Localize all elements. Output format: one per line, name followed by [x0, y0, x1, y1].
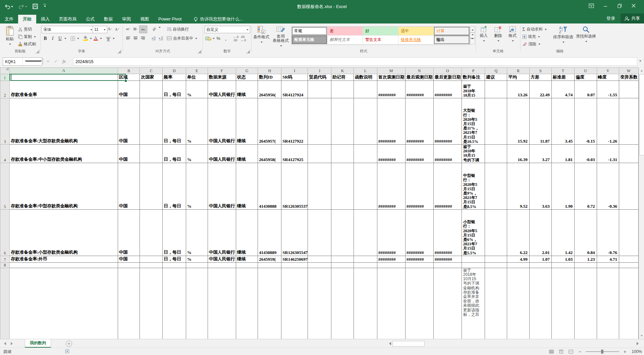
sort-filter-button[interactable]: AZ 排序和筛选 — [552, 25, 574, 44]
cell-H3[interactable]: 2645957( — [258, 98, 281, 145]
cell-G2[interactable]: 继续 — [236, 81, 258, 98]
alignment-dialog-launcher[interactable] — [198, 50, 201, 53]
cell-C2[interactable] — [140, 81, 163, 98]
cell-C5[interactable] — [140, 163, 163, 209]
cell-style-0[interactable]: 常规 — [292, 27, 327, 36]
customize-qat-button[interactable] — [42, 2, 47, 10]
cell-P5[interactable]: 中型银 行： 2020年5 月15日 是9%， 2021年7 月15日 是8.5… — [462, 163, 485, 209]
expand-formula-bar-button[interactable] — [638, 59, 643, 64]
cell-D6[interactable]: 日，每日 — [163, 209, 186, 256]
cell-C7[interactable] — [140, 256, 163, 262]
cell-A8[interactable] — [10, 262, 118, 268]
cell-style-7[interactable]: 警告文本 — [363, 36, 398, 44]
cell-S-below[interactable] — [529, 268, 551, 339]
row-header-6[interactable]: 6 — [0, 209, 10, 256]
ribbon-tab-8[interactable]: Power Pivot — [154, 15, 186, 23]
cell-U4[interactable]: -0.03 — [575, 145, 597, 163]
next-sheet-button[interactable] — [11, 342, 13, 345]
cell-S3[interactable]: 11.87 — [529, 98, 551, 145]
column-header-I[interactable]: I — [281, 68, 308, 74]
undo-button[interactable] — [3, 2, 14, 10]
column-header-L[interactable]: L — [354, 68, 377, 74]
cell-V5[interactable]: -0.36 — [597, 163, 619, 209]
cell-K5[interactable] — [331, 163, 354, 209]
cell-E1[interactable]: 单位 — [186, 74, 208, 81]
page-break-view-button[interactable] — [568, 349, 574, 355]
cell-Q-below[interactable] — [485, 268, 507, 339]
accounting-format-button[interactable] — [205, 35, 212, 42]
cell-V8[interactable] — [597, 262, 619, 268]
align-left-button[interactable] — [124, 35, 132, 42]
cell-N7[interactable]: ######## — [405, 256, 433, 262]
font-name-combo[interactable]: 宋体 — [42, 26, 94, 33]
cell-E3[interactable]: % — [186, 98, 208, 145]
name-box-dropdown[interactable] — [22, 58, 42, 65]
cell-H5[interactable]: 41430888 — [258, 163, 281, 209]
borders-button[interactable] — [69, 35, 76, 42]
cell-S1[interactable]: 方差 — [529, 74, 551, 81]
cell-V1[interactable]: 峰度 — [597, 74, 619, 81]
number-dialog-launcher[interactable] — [246, 50, 250, 53]
column-header-W[interactable]: W — [619, 68, 638, 74]
cell-F1[interactable]: 数据来源 — [208, 74, 236, 81]
scroll-right-button[interactable] — [637, 342, 639, 345]
cell-P4[interactable]: 鉴于 2018年 10月15 号的下调 — [462, 145, 485, 163]
cell-H6[interactable]: 41430889 — [258, 209, 281, 256]
cell-Q4[interactable] — [485, 145, 507, 163]
cell-W6[interactable] — [619, 209, 638, 256]
cell-N2[interactable]: ######## — [405, 81, 433, 98]
paste-button[interactable]: 粘贴 — [3, 25, 17, 46]
font-color-button[interactable]: A — [92, 35, 99, 42]
insert-function-button[interactable]: fx — [60, 57, 68, 65]
cell-R-below[interactable] — [507, 268, 530, 339]
cell-F6[interactable]: 中国人民银行 — [208, 209, 236, 256]
cell-E8[interactable] — [186, 262, 208, 268]
cell-L5[interactable] — [354, 163, 377, 209]
row-header-3[interactable]: 3 — [0, 98, 10, 145]
cell-C1[interactable]: 次国家 — [140, 74, 163, 81]
cell-D4[interactable]: 日，每日 — [163, 145, 186, 163]
format-as-table-button[interactable]: 套用 表格格式 — [271, 25, 290, 48]
cell-W4[interactable] — [619, 145, 638, 163]
cell-J6[interactable] — [308, 209, 331, 256]
sign-in-link[interactable]: 登录 — [606, 15, 615, 21]
cell-style-8[interactable]: 链接单元格 — [398, 36, 434, 44]
cell-M3[interactable]: ######## — [377, 98, 405, 145]
cell-U5[interactable]: 0.72 — [575, 163, 597, 209]
align-center-button[interactable] — [132, 35, 139, 42]
cell-M4[interactable]: ######## — [377, 145, 405, 163]
cell-D1[interactable]: 频率 — [163, 74, 186, 81]
cell-D8[interactable] — [163, 262, 186, 268]
tell-me-box[interactable]: 告诉我您想要做什么... — [194, 15, 243, 23]
cell-K8[interactable] — [331, 262, 354, 268]
cell-K4[interactable] — [331, 145, 354, 163]
cell-O2[interactable]: ######## — [433, 81, 462, 98]
cell-A3[interactable]: 存款准备金率:大型存款类金融机构 — [10, 98, 118, 145]
ribbon-tab-1[interactable]: 开始 — [18, 15, 36, 23]
zoom-level-label[interactable]: 100% — [631, 349, 642, 354]
cell-style-1[interactable]: 差 — [327, 27, 363, 36]
cell-B8[interactable] — [118, 262, 140, 268]
cell-T3[interactable]: 3.45 — [551, 98, 575, 145]
zoom-slider-thumb[interactable] — [601, 350, 603, 354]
cell-Q6[interactable] — [485, 209, 507, 256]
column-header-S[interactable]: S — [529, 68, 551, 74]
page-layout-view-button[interactable] — [558, 349, 565, 355]
cell-L2[interactable] — [354, 81, 377, 98]
cell-F4[interactable]: 中国人民银行 — [208, 145, 236, 163]
decrease-indent-button[interactable] — [150, 35, 157, 42]
cell-C4[interactable] — [140, 145, 163, 163]
cell-V6[interactable]: -0.76 — [597, 209, 619, 256]
column-header-A[interactable]: A — [10, 68, 118, 74]
cell-R4[interactable]: 16.39 — [507, 145, 530, 163]
cell-U6[interactable]: 0.84 — [575, 209, 597, 256]
cell-E7[interactable]: % — [186, 256, 208, 262]
cell-L8[interactable] — [354, 262, 377, 268]
column-header-G[interactable]: G — [236, 68, 258, 74]
cell-S7[interactable]: 1.07 — [529, 256, 551, 262]
row-header-4[interactable]: 4 — [0, 145, 10, 163]
cell-U2[interactable]: 0.07 — [575, 81, 597, 98]
cell-W7[interactable] — [619, 256, 638, 262]
cell-W8[interactable] — [619, 262, 638, 268]
ribbon-display-options-button[interactable] — [584, 0, 598, 11]
